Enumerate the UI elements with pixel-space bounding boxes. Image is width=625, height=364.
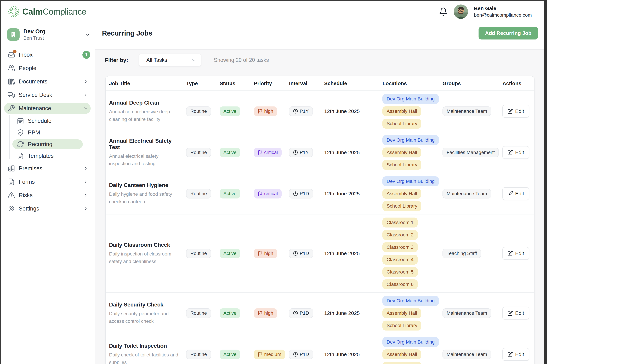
sidebar-item-documents[interactable]: Documents <box>1 75 95 88</box>
table-row: Daily Canteen Hygiene Daily hygiene and … <box>106 173 534 214</box>
main-content: Recurring Jobs Add Recurring Job Filter … <box>95 22 544 364</box>
group-chip: Maintenance Team <box>442 350 491 359</box>
selection-pill <box>4 49 91 61</box>
add-recurring-job-button[interactable]: Add Recurring Job <box>478 27 538 39</box>
sidebar-nav: Inbox1PeopleDocumentsService DeskMainten… <box>1 48 95 215</box>
notifications-bell-icon[interactable] <box>439 7 448 16</box>
sidebar-item-label: Service Desk <box>19 92 52 98</box>
sidebar-item-service-desk[interactable]: Service Desk <box>1 88 95 102</box>
sidebar-item-label: Forms <box>19 179 35 185</box>
column-header-type: Type <box>183 81 216 86</box>
window-frame-top <box>0 0 547 1</box>
type-chip: Routine <box>186 308 211 318</box>
sidebar-item-settings[interactable]: Settings <box>1 202 95 215</box>
sidebar-item-label: Schedule <box>28 118 52 124</box>
sidebar-item-risks[interactable]: Risks <box>1 188 95 202</box>
interval-chip: P1D <box>289 350 313 359</box>
status-chip: Active <box>219 189 240 198</box>
locations-list: Dev Org Main BuildingAssembly HallSchool… <box>379 132 439 173</box>
priority-chip: critical <box>254 148 281 157</box>
filter-summary: Showing 20 of 20 tasks <box>214 57 269 63</box>
clock-icon <box>293 150 298 155</box>
sidebar-item-premises[interactable]: Premises <box>1 162 95 175</box>
status-chip: Active <box>219 106 240 116</box>
group-chip: Teaching Staff <box>442 249 481 258</box>
refresh-icon <box>17 141 24 148</box>
sidebar-item-people[interactable]: People <box>1 61 95 75</box>
sidebar-item-inbox[interactable]: Inbox1 <box>1 48 95 61</box>
sidebar-item-templates[interactable]: Templates <box>1 150 95 162</box>
priority-chip: critical <box>254 189 281 198</box>
locations-list: Dev Org Main BuildingAssembly HallSchool… <box>379 334 439 364</box>
priority-chip: high <box>254 308 277 318</box>
books-icon <box>8 78 15 85</box>
sidebar-item-recurring[interactable]: Recurring <box>1 138 95 150</box>
sidebar-item-label: Settings <box>19 205 39 212</box>
edit-pencil-icon <box>507 251 513 256</box>
clock-icon <box>293 251 298 256</box>
filter-label: Filter by: <box>105 57 128 63</box>
location-chip: Classroom 3 <box>382 242 418 252</box>
unread-dot <box>13 50 16 53</box>
flag-icon <box>258 311 263 316</box>
selection-pill <box>4 189 91 201</box>
flag-icon <box>258 251 263 256</box>
schedule-date: 12th June 2025 <box>324 250 360 256</box>
user-avatar[interactable] <box>454 4 468 19</box>
edit-button[interactable]: Edit <box>502 187 529 200</box>
status-chip: Active <box>219 249 240 258</box>
location-chip: School Library <box>382 160 421 170</box>
clock-icon <box>293 191 298 196</box>
window-frame-left <box>0 0 1 364</box>
column-header-groups: Groups <box>439 81 499 86</box>
location-chip: Assembly Hall <box>382 106 421 116</box>
schedule-date: 12th June 2025 <box>324 351 360 357</box>
locations-list: Dev Org Main BuildingAssembly HallSchool… <box>379 173 439 214</box>
sidebar-item-maintenance[interactable]: Maintenance <box>1 102 95 115</box>
job-title: Annual Electrical Safety Test <box>109 138 180 151</box>
job-title: Daily Canteen Hygiene <box>109 182 168 188</box>
locations-list: Dev Org Main BuildingAssembly HallSchool… <box>379 91 439 132</box>
edit-button[interactable]: Edit <box>502 348 529 361</box>
schedule-date: 12th June 2025 <box>324 310 360 316</box>
submenu-guide-line <box>9 115 10 159</box>
column-header-schedule: Schedule <box>321 81 379 86</box>
group-chip: Facilities Management <box>442 148 499 157</box>
type-chip: Routine <box>186 249 211 258</box>
filter-select[interactable]: All Tasks <box>139 54 201 66</box>
sidebar-item-forms[interactable]: Forms <box>1 175 95 188</box>
edit-button[interactable]: Edit <box>502 247 529 260</box>
interval-chip: P1D <box>289 189 313 198</box>
location-chip: Classroom 2 <box>382 230 418 240</box>
type-chip: Routine <box>186 106 211 116</box>
edit-button[interactable]: Edit <box>502 307 529 320</box>
edit-button[interactable]: Edit <box>502 105 529 118</box>
column-header-priority: Priority <box>250 81 286 86</box>
chevron-right-icon <box>83 193 88 198</box>
location-chip: School Library <box>382 201 421 211</box>
edit-button[interactable]: Edit <box>502 146 529 159</box>
column-header-status: Status <box>216 81 250 86</box>
wrench-icon <box>8 105 15 112</box>
file-icon <box>8 178 15 185</box>
sidebar-item-label: People <box>19 65 36 71</box>
shield-icon <box>17 129 24 136</box>
user-menu[interactable]: Ben Gale ben@calmcompliance.com <box>474 5 532 18</box>
sidebar-item-ppm[interactable]: PPM <box>1 127 95 138</box>
location-chip: Classroom 6 <box>382 279 418 289</box>
flag-icon <box>258 191 263 196</box>
filter-bar: Filter by: All Tasks Showing 20 of 20 ta… <box>105 54 534 66</box>
column-header-actions: Actions <box>499 81 534 86</box>
table-row: Annual Electrical Safety Test Annual ele… <box>106 132 534 173</box>
warning-icon <box>8 192 15 199</box>
location-chip: Assembly Hall <box>382 148 421 157</box>
sidebar-item-schedule[interactable]: Schedule <box>1 115 95 127</box>
sidebar-item-label: Templates <box>28 153 54 159</box>
table-row: Daily Classroom Check Daily inspection o… <box>106 214 534 292</box>
org-selector[interactable]: Dev Org Ben Trust <box>1 22 95 41</box>
clock-icon <box>293 352 298 357</box>
job-description: Daily security perimeter and access cont… <box>109 310 169 325</box>
column-header-job-title: Job Title <box>106 81 183 86</box>
locations-list: Classroom 1Classroom 2Classroom 3Classro… <box>379 214 439 292</box>
sidebar-item-label: Inbox <box>19 52 33 58</box>
